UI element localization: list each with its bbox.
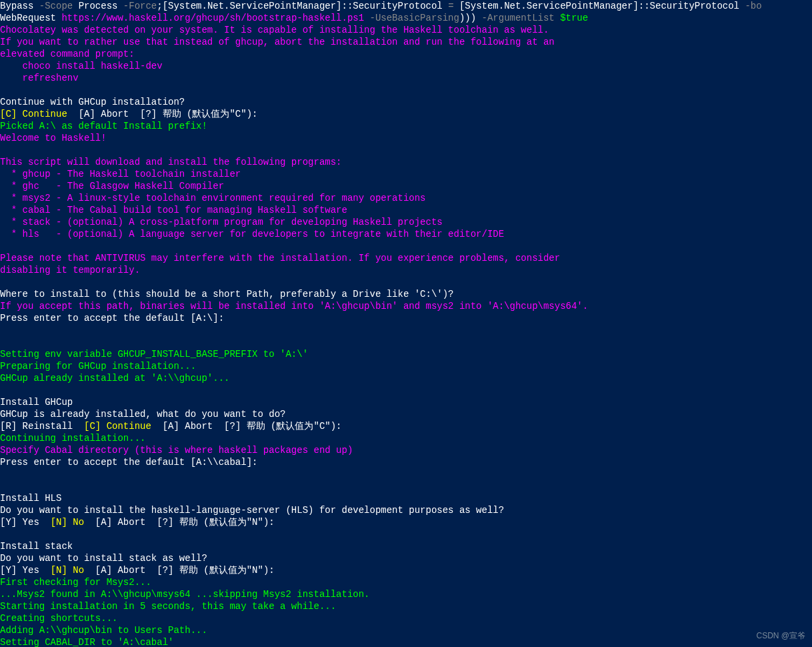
where-install-info: If you accept this path, binaries will b… (0, 301, 588, 311)
where-install-default: Press enter to accept the default [A:\]: (0, 313, 224, 324)
install-hls-q: Do you want to install the haskell-langu… (0, 505, 504, 516)
install-stack-q: Do you want to install stack as well? (0, 553, 207, 564)
welcome-msg: Welcome to Haskell! (0, 133, 107, 143)
equals: = (448, 1, 459, 11)
where-install-q: Where to install to (this should be a sh… (0, 289, 454, 299)
option-no-stack: [N] No (51, 565, 84, 576)
choco-line5: refreshenv (0, 73, 79, 83)
option-abort-hls: [A] Abort [?] 帮助 (默认值为"N"): (84, 517, 280, 528)
cmd-servicepoint: ;[System.Net.ServicePointManager]::Secur… (157, 1, 448, 11)
starting-install: Starting installation in 5 seconds, this… (0, 601, 336, 612)
option-reinstall: [R] Reinstall (0, 421, 84, 432)
option-abort2: [A] Abort [?] 帮助 (默认值为"C"): (151, 421, 347, 432)
script-ghcup: * ghcup - The Haskell toolchain installe… (0, 169, 241, 179)
cmd-webrequest: WebRequest (0, 13, 61, 23)
setenv-msg: Setting env variable GHCUP_INSTALL_BASE_… (0, 349, 308, 360)
flag-bo: -bo (745, 1, 761, 11)
ghcup-already-q: GHCup is already installed, what do you … (0, 409, 285, 420)
flag-arglist: -ArgumentList (482, 13, 561, 23)
arg-process: Process (79, 1, 123, 11)
script-msys2: * msys2 - A linux-style toolchain enviro… (0, 193, 426, 203)
url-bootstrap: https://www.haskell.org/ghcup/sh/bootstr… (61, 13, 369, 23)
watermark: CSDN @宣爷 (756, 630, 805, 642)
antivirus-line2: disabling it temporarily. (0, 265, 140, 275)
choco-line1: Chocolatey was detected on your system. … (0, 25, 549, 35)
install-stack-title: Install stack (0, 541, 73, 552)
cabal-dir-q: Specify Cabal directory (this is where h… (0, 445, 353, 456)
option-no-hls: [N] No (51, 517, 84, 528)
option-continue2: [C] Continue (84, 421, 151, 432)
option-yes-hls: [Y] Yes (0, 517, 51, 528)
terminal-output[interactable]: Bypass -Scope Process -Force;[System.Net… (0, 0, 812, 647)
install-ghcup-title: Install GHCup (0, 397, 73, 408)
option-yes-stack: [Y] Yes (0, 565, 51, 576)
msys-check: First checking for Msys2... (0, 577, 151, 588)
flag-usebasic: -UseBasicParsing (370, 13, 459, 23)
msys-found: ...Msys2 found in A:\\ghcup\msys64 ...sk… (0, 589, 370, 600)
arg-true: $true (560, 13, 588, 23)
continue-prompt: Continue with GHCup installation? (0, 97, 185, 107)
picked-prefix: Picked A:\ as default Install prefix! (0, 121, 207, 131)
option-abort-help: [A] Abort [?] 帮助 (默认值为"C"): (67, 109, 263, 119)
already-installed-msg: GHCup already installed at 'A:\\ghcup'..… (0, 373, 229, 384)
preparing-msg: Preparing for GHCup installation... (0, 361, 196, 372)
creating-shortcuts: Creating shortcuts... (0, 613, 117, 624)
cmd-servicepoint2: [System.Net.ServicePointManager]::Securi… (459, 1, 745, 11)
flag-scope: -Scope (39, 1, 79, 11)
install-hls-title: Install HLS (0, 493, 61, 504)
adding-path: Adding A:\\ghcup\bin to Users Path... (0, 625, 207, 636)
parens: ))) (459, 13, 482, 23)
choco-line2: If you want to rather use that instead o… (0, 37, 555, 47)
setting-cabal-dir: Setting CABAL_DIR to 'A:\cabal' (0, 637, 173, 647)
choco-line4: choco install haskell-dev (0, 61, 163, 71)
option-continue: [C] Continue (0, 109, 67, 119)
antivirus-line1: Please note that ANTIVIRUS may interfere… (0, 253, 560, 263)
script-intro: This script will download and install th… (0, 157, 341, 167)
cmd-bypass: Bypass (0, 1, 39, 11)
flag-force: -Force (123, 1, 157, 11)
cabal-default: Press enter to accept the default [A:\\c… (0, 457, 257, 468)
continuing-msg: Continuing installation... (0, 433, 145, 444)
choco-line3: elevated command prompt: (0, 49, 135, 59)
script-cabal: * cabal - The Cabal build tool for manag… (0, 205, 347, 215)
option-abort-stack: [A] Abort [?] 帮助 (默认值为"N"): (84, 565, 280, 576)
script-stack: * stack - (optional) A cross-platform pr… (0, 217, 443, 227)
script-ghc: * ghc - The Glasgow Haskell Compiler (0, 181, 224, 191)
script-hls: * hls - (optional) A language server for… (0, 229, 504, 239)
